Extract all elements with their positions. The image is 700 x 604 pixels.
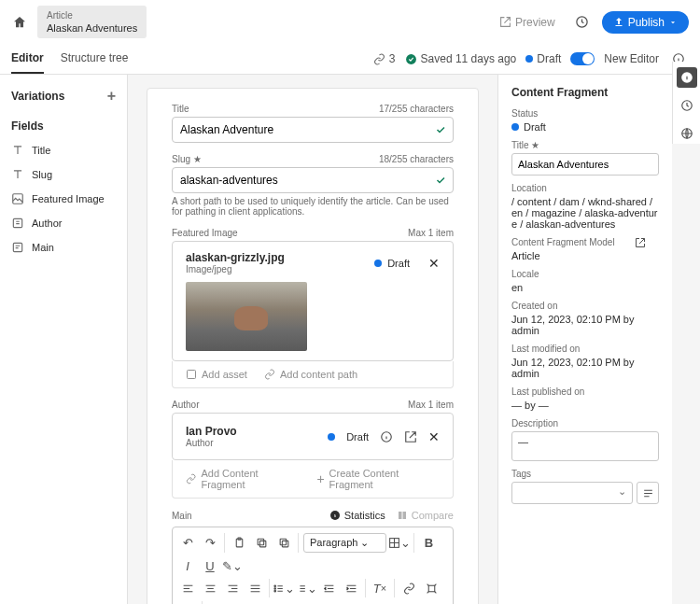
tab-editor[interactable]: Editor <box>11 44 44 74</box>
link-icon <box>186 473 196 485</box>
status-dot-icon <box>525 55 533 63</box>
special-char-button[interactable]: Ω <box>205 599 228 604</box>
author-open-button[interactable] <box>404 430 417 443</box>
asset-mimetype: Image/jpeg <box>186 264 285 274</box>
table-button[interactable]: ⌄ <box>388 531 411 554</box>
align-left-button[interactable] <box>176 577 199 599</box>
anchor-button[interactable] <box>420 577 442 599</box>
image-icon <box>186 369 197 380</box>
featured-asset-card[interactable]: alaskan-grizzly.jpg Image/jpeg Draft ✕ <box>172 241 454 361</box>
align-justify-button[interactable] <box>244 577 266 599</box>
align-right-button[interactable] <box>221 577 244 599</box>
location-value: / content / dam / wknd-shared / en / mag… <box>511 196 659 230</box>
open-model-button[interactable] <box>635 237 646 248</box>
add-asset-button[interactable]: Add asset <box>186 369 247 380</box>
rail-properties-button[interactable] <box>677 67 697 88</box>
slug-counter: 18/255 characters <box>379 154 454 164</box>
undo-button[interactable]: ↶ <box>176 531 199 554</box>
title-counter: 17/255 characters <box>379 104 454 114</box>
indent-button[interactable] <box>340 577 362 599</box>
svg-rect-16 <box>280 539 287 545</box>
svg-point-18 <box>274 585 276 587</box>
image-button[interactable] <box>176 599 199 604</box>
paste-button[interactable] <box>228 531 250 554</box>
italic-button[interactable]: I <box>176 555 199 577</box>
status-dot-icon <box>328 433 335 441</box>
desc-label: Description <box>511 418 659 428</box>
tags-label: Tags <box>511 469 659 479</box>
copy-button[interactable] <box>250 531 273 554</box>
sidebar-item-slug[interactable]: Slug <box>0 162 127 187</box>
sidebar-item-author[interactable]: Author <box>0 211 127 235</box>
sidebar-item-featured-image[interactable]: Featured Image <box>0 187 127 211</box>
tags-browse-button[interactable] <box>637 482 659 504</box>
preview-button[interactable]: Preview <box>492 12 563 33</box>
published-label: Last published on <box>511 386 659 397</box>
bold-button[interactable]: B <box>417 531 440 554</box>
image-icon <box>11 192 24 205</box>
info-icon <box>329 510 341 521</box>
svg-rect-6 <box>188 371 196 379</box>
svg-rect-9 <box>399 512 402 519</box>
modified-label: Last modified on <box>511 344 659 354</box>
desc-input[interactable]: — <box>511 431 659 461</box>
svg-point-1 <box>406 54 416 64</box>
variations-heading: Variations <box>11 90 64 103</box>
clear-format-button[interactable]: T× <box>369 577 391 599</box>
created-label: Created on <box>511 301 659 311</box>
tab-structure-tree[interactable]: Structure tree <box>61 44 129 74</box>
number-list-button[interactable]: ⌄ <box>295 577 317 599</box>
highlight-button[interactable]: ✎⌄ <box>221 555 244 577</box>
author-info-button[interactable] <box>380 430 393 443</box>
author-status: Draft <box>346 431 369 442</box>
reference-icon <box>11 217 24 230</box>
author-card[interactable]: Ian Provo Author Draft ✕ <box>172 413 454 460</box>
align-center-button[interactable] <box>199 577 221 599</box>
rail-language-button[interactable] <box>677 123 697 144</box>
new-editor-toggle[interactable] <box>570 52 595 65</box>
rail-history-button[interactable] <box>677 95 697 116</box>
add-content-path-button[interactable]: Add content path <box>264 369 357 380</box>
author-name: Ian Provo <box>186 425 237 438</box>
underline-button[interactable]: U <box>199 555 221 577</box>
slug-input[interactable] <box>172 167 454 193</box>
redo-button[interactable]: ↷ <box>199 531 221 554</box>
properties-panel: Content Fragment Status Draft Title ★ Lo… <box>497 75 672 604</box>
add-variation-button[interactable]: + <box>107 88 116 105</box>
references-count[interactable]: 3 <box>373 52 396 65</box>
sidebar-item-main[interactable]: Main <box>0 235 127 260</box>
new-editor-label: New Editor <box>604 52 659 65</box>
svg-rect-13 <box>259 541 266 547</box>
rp-title-input[interactable] <box>511 153 659 176</box>
asset-filename: alaskan-grizzly.jpg <box>186 251 285 264</box>
bullet-list-button[interactable]: ⌄ <box>273 577 295 599</box>
sidebar-item-title[interactable]: Title <box>0 138 127 162</box>
svg-rect-21 <box>428 585 435 592</box>
statistics-button[interactable]: Statistics <box>329 510 385 521</box>
locale-value: en <box>511 282 659 293</box>
outdent-button[interactable] <box>317 577 340 599</box>
left-panel: Variations + Fields Title Slug Featured … <box>0 75 128 604</box>
modified-value: Jun 12, 2023, 02:10 PM by admin <box>511 357 659 379</box>
create-content-fragment-button[interactable]: + Create Content Fragment <box>316 468 440 490</box>
created-value: Jun 12, 2023, 02:10 PM by admin <box>511 314 659 336</box>
link-icon <box>373 53 385 65</box>
cut-button[interactable] <box>273 531 295 554</box>
clock-icon[interactable] <box>572 12 593 33</box>
home-icon[interactable] <box>11 14 28 31</box>
fields-heading: Fields <box>0 114 127 138</box>
asset-thumbnail <box>186 282 307 351</box>
paragraph-select[interactable]: Paragraph ⌄ <box>303 533 386 553</box>
link-button[interactable] <box>398 577 420 599</box>
publish-button[interactable]: Publish <box>602 11 689 34</box>
title-input[interactable] <box>172 117 454 143</box>
add-content-fragment-button[interactable]: Add Content Fragment <box>186 468 300 490</box>
rich-text-editor: ↶ ↷ Paragraph ⌄ ⌄ B I U ✎⌄ <box>172 527 454 604</box>
check-circle-icon <box>405 53 417 65</box>
remove-asset-button[interactable]: ✕ <box>428 256 440 271</box>
tags-select[interactable] <box>511 482 633 504</box>
author-remove-button[interactable]: ✕ <box>428 429 440 444</box>
compare-button[interactable]: Compare <box>397 510 454 521</box>
breadcrumb[interactable]: Article Alaskan Adventures <box>37 6 147 38</box>
breadcrumb-title: Alaskan Adventures <box>47 21 137 35</box>
